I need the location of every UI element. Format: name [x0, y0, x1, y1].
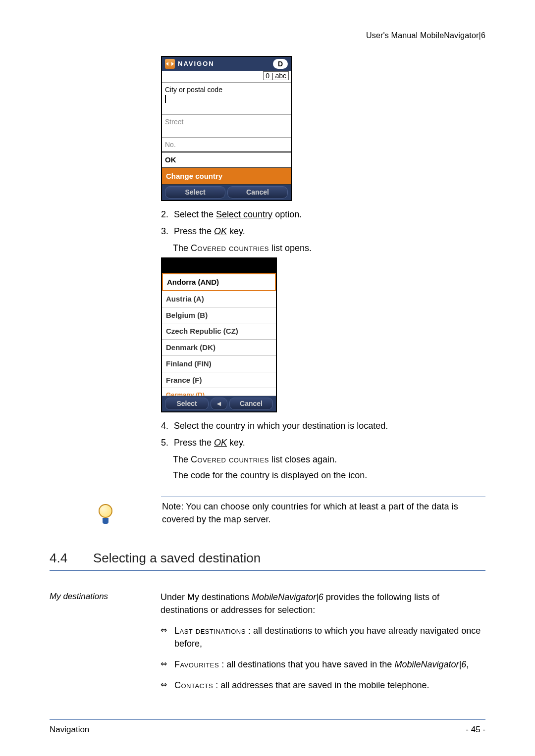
- covered-countries-sc: Covered countries: [191, 243, 269, 253]
- step-5-text-a: Press the: [174, 438, 214, 448]
- number-field[interactable]: No.: [162, 137, 291, 151]
- country-item-czech[interactable]: Czech Republic (CZ): [162, 323, 276, 340]
- last-destinations-sc: Last destinations: [174, 626, 246, 636]
- section-heading: 4.4 Selecting a saved destination: [50, 549, 485, 571]
- country-item-germany-partial[interactable]: Germany (D): [162, 388, 276, 396]
- step-list-b: 4.Select the country in which your desti…: [161, 419, 485, 449]
- my-destinations-main: Under My destinations MobileNavigator|6 …: [160, 591, 485, 700]
- number-field-label: No.: [165, 141, 176, 149]
- figure-country-list: Andorra (AND) Austria (A) Belgium (B) Cz…: [161, 257, 277, 412]
- country-item-finland[interactable]: Finland (FIN): [162, 356, 276, 372]
- li2-rest: : all destinations that you have saved i…: [219, 659, 394, 669]
- note-icon-col: [50, 497, 161, 529]
- margin-label: My destinations: [50, 591, 149, 700]
- step-2-text-b: option.: [272, 209, 302, 219]
- softkey-bar-2: Select ◄ Cancel: [162, 396, 276, 411]
- step-4: 4.Select the country in which your desti…: [161, 419, 485, 432]
- code-displayed-line: The code for the country is displayed on…: [173, 469, 485, 482]
- step-5-num: 5.: [161, 436, 174, 449]
- contacts-item: Contacts : all addresses that are saved …: [160, 679, 485, 692]
- step-3-text-b: key.: [227, 226, 245, 236]
- softkey-cancel-2[interactable]: Cancel: [229, 398, 273, 409]
- country-badge[interactable]: D: [273, 59, 288, 69]
- intro-a: Under: [160, 592, 187, 602]
- step-5: 5.Press the OK key.: [161, 436, 485, 449]
- my-destinations-block: My destinations Under My destinations Mo…: [50, 591, 485, 700]
- li3-rest: : all addresses that are saved in the mo…: [213, 680, 429, 690]
- step-2: 2.Select the Select country option.: [161, 208, 485, 221]
- contacts-sc: Contacts: [174, 680, 213, 690]
- lightbulb-icon: [98, 504, 113, 524]
- city-field[interactable]: City or postal code: [162, 82, 291, 115]
- intro-ref: My destinations: [187, 592, 249, 602]
- covered-countries-opens: The Covered countries list opens.: [173, 242, 485, 254]
- device-titlebar: NAVIGON D: [162, 57, 291, 71]
- favourites-sc: Favourites: [174, 659, 219, 669]
- ok-key-ref-2: OK: [214, 438, 227, 448]
- change-country-row[interactable]: Change country: [162, 167, 291, 185]
- note-text: Note: You can choose only countries for …: [161, 497, 485, 529]
- note-block: Note: You can choose only countries for …: [50, 497, 485, 529]
- product-name: MobileNavigator|6: [252, 592, 323, 602]
- device2-topbar: [162, 258, 276, 273]
- section-title: Selecting a saved destination: [93, 549, 261, 568]
- running-header: User's Manual MobileNavigator|6: [50, 30, 485, 41]
- txt: The: [173, 454, 191, 464]
- favourites-item: Favourites : all destinations that you h…: [160, 658, 485, 671]
- step-3-num: 3.: [161, 225, 174, 238]
- destination-types-list: Last destinations : all destinations to …: [160, 624, 485, 692]
- softkey-select-2[interactable]: Select: [165, 398, 209, 409]
- footer-page-number: - 45 -: [466, 724, 485, 736]
- select-country-link: Select country: [216, 209, 272, 219]
- country-item-belgium[interactable]: Belgium (B): [162, 307, 276, 324]
- txt: The: [173, 243, 191, 253]
- softkey-cancel[interactable]: Cancel: [227, 186, 288, 198]
- text-cursor-icon: [165, 95, 166, 103]
- step-4-num: 4.: [161, 419, 174, 432]
- city-field-label: City or postal code: [165, 86, 222, 94]
- brand: NAVIGON: [165, 59, 214, 69]
- country-item-andorra[interactable]: Andorra (AND): [162, 273, 276, 291]
- country-item-denmark[interactable]: Denmark (DK): [162, 340, 276, 356]
- section-num: 4.4: [50, 549, 79, 568]
- ok-key-ref: OK: [214, 226, 227, 236]
- page: User's Manual MobileNavigator|6 NAVIGON …: [0, 0, 535, 756]
- street-field-label: Street: [165, 118, 183, 126]
- note-prefix: Note:: [162, 502, 184, 511]
- note-body: You can choose only countries for which …: [162, 502, 458, 524]
- navigon-logo-icon: [165, 59, 175, 69]
- input-mode-indicator: 0 | abc: [263, 71, 289, 80]
- country-item-france[interactable]: France (F): [162, 372, 276, 389]
- step-list-a: 2.Select the Select country option. 3.Pr…: [161, 208, 485, 238]
- txt2: list closes again.: [269, 454, 337, 464]
- footer-left: Navigation: [50, 724, 89, 736]
- country-item-austria[interactable]: Austria (A): [162, 291, 276, 307]
- step-3: 3.Press the OK key.: [161, 225, 485, 238]
- step-3-text-a: Press the: [174, 226, 214, 236]
- step-5-text-b: key.: [227, 438, 245, 448]
- softkey-bar: Select Cancel: [162, 185, 291, 200]
- covered-countries-sc-2: Covered countries: [191, 454, 269, 464]
- figure-enter-address: NAVIGON D 0 | abc City or postal code St…: [161, 56, 292, 201]
- step-2-num: 2.: [161, 208, 174, 221]
- last-destinations-item: Last destinations : all destinations to …: [160, 624, 485, 650]
- step-2-text-a: Select the: [174, 209, 216, 219]
- ok-row[interactable]: OK: [162, 151, 291, 167]
- page-footer: Navigation - 45 -: [50, 719, 485, 736]
- brand-text: NAVIGON: [178, 59, 214, 69]
- softkey-select[interactable]: Select: [165, 186, 225, 198]
- input-mode-row: 0 | abc: [162, 71, 291, 82]
- covered-countries-closes: The Covered countries list closes again.: [173, 453, 485, 466]
- li2-tail: ,: [466, 659, 469, 669]
- txt2: list opens.: [269, 243, 312, 253]
- street-field[interactable]: Street: [162, 114, 291, 137]
- step-4-text: Select the country in which your destina…: [174, 421, 388, 431]
- softkey-nav-icon[interactable]: ◄: [211, 398, 227, 409]
- product-name-2: MobileNavigator|6: [394, 659, 466, 669]
